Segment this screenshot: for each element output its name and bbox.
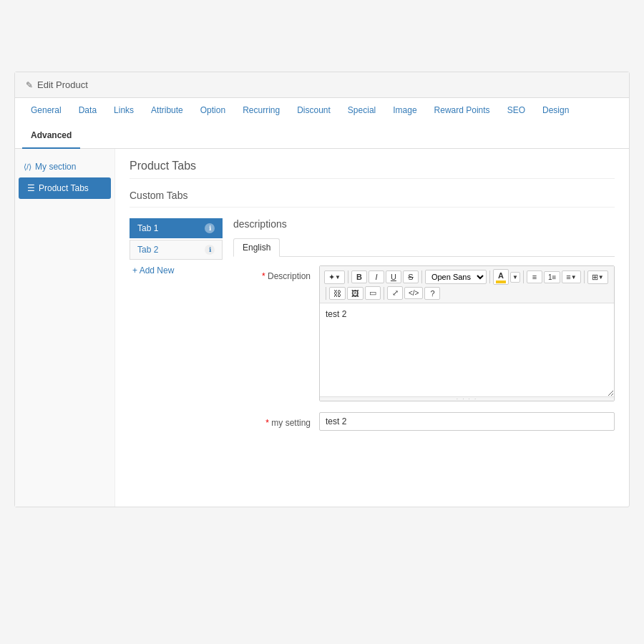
sidebar: ⟨/⟩ My section ☰ Product Tabs — [15, 149, 115, 507]
my-setting-input[interactable] — [319, 412, 615, 431]
tab-design[interactable]: Design — [534, 98, 577, 124]
tab-content: descriptions English Description — [223, 218, 615, 441]
font-select[interactable]: Open Sans — [425, 270, 487, 284]
tab-links[interactable]: Links — [105, 98, 142, 124]
link-btn[interactable]: ⛓ — [329, 287, 346, 300]
separator4 — [523, 270, 524, 283]
font-color-btn[interactable]: A — [493, 269, 509, 285]
source-btn[interactable]: </> — [404, 287, 423, 299]
tab-special[interactable]: Special — [339, 98, 384, 124]
tab-attribute[interactable]: Attribute — [142, 98, 192, 124]
media-icon: ▭ — [369, 288, 376, 298]
main-content: Product Tabs Custom Tabs Tab 1 ℹ Tab 2 ℹ — [115, 149, 629, 507]
fullscreen-icon: ⤢ — [392, 288, 399, 298]
help-icon: ? — [430, 289, 434, 298]
help-btn[interactable]: ? — [424, 287, 440, 300]
tab1-label: Tab 1 — [137, 223, 158, 233]
separator5 — [584, 270, 585, 283]
tab-advanced[interactable]: Advanced — [22, 123, 80, 149]
tab2-label: Tab 2 — [137, 245, 158, 255]
ordered-list-btn[interactable]: 1≡ — [544, 271, 560, 283]
tab-option[interactable]: Option — [192, 98, 234, 124]
tab-seo[interactable]: SEO — [499, 98, 534, 124]
bold-btn[interactable]: B — [351, 270, 367, 283]
nav-tabs: General Data Links Attribute Option Recu… — [15, 98, 629, 149]
tab-discount[interactable]: Discount — [288, 98, 339, 124]
separator1 — [348, 270, 348, 283]
image-icon: 🖼 — [351, 289, 359, 298]
table-icon: ⊞ — [592, 273, 598, 282]
magic-icon: ✦ — [328, 273, 335, 282]
underline-btn[interactable]: U — [386, 270, 401, 283]
source-icon: </> — [409, 289, 419, 297]
tab-image[interactable]: Image — [384, 98, 425, 124]
fullscreen-btn[interactable]: ⤢ — [387, 286, 403, 300]
sidebar-item-my-section[interactable]: ⟨/⟩ My section — [15, 156, 114, 177]
editor-resize-handle[interactable]: · · · · — [320, 396, 614, 401]
page-title: Edit Product — [37, 79, 88, 90]
media-btn[interactable]: ▭ — [365, 286, 381, 300]
active-tab-name: descriptions — [233, 218, 615, 230]
my-setting-label: my setting — [233, 412, 319, 428]
my-setting-form-group: my setting — [233, 412, 615, 431]
separator7 — [384, 287, 384, 300]
add-new-button[interactable]: + Add New — [130, 261, 177, 280]
table-btn[interactable]: ⊞ ▼ — [587, 270, 608, 284]
tab-reward-points[interactable]: Reward Points — [426, 98, 499, 124]
separator2 — [421, 270, 422, 283]
subsection-title: Custom Tabs — [130, 190, 615, 208]
align-btn[interactable]: ≡ ▼ — [562, 270, 580, 283]
ol-icon: 1≡ — [548, 273, 556, 281]
panel-header: ✎ Edit Product — [15, 72, 629, 98]
custom-tab-tab2[interactable]: Tab 2 ℹ — [130, 240, 223, 260]
tab-data[interactable]: Data — [70, 98, 105, 124]
section-title: Product Tabs — [130, 160, 615, 179]
tab-recurring[interactable]: Recurring — [234, 98, 288, 124]
unordered-list-btn[interactable]: ≡ — [527, 270, 542, 283]
description-form-group: Description ✦ ▼ B — [233, 265, 615, 401]
custom-tab-tab1[interactable]: Tab 1 ℹ — [130, 218, 223, 238]
sidebar-item-product-tabs[interactable]: ☰ Product Tabs — [19, 177, 111, 199]
dropdown-arrow: ▼ — [335, 274, 341, 280]
description-editor[interactable]: ✦ ▼ B I U S — [319, 265, 615, 401]
editor-body[interactable]: test 2 — [320, 303, 614, 396]
code-icon: ⟨/⟩ — [24, 162, 31, 172]
content-area: ⟨/⟩ My section ☰ Product Tabs Product Ta… — [15, 149, 629, 507]
color-indicator — [496, 280, 506, 283]
font-color-letter: A — [498, 271, 504, 280]
resize-dots: · · · · — [457, 396, 478, 402]
tab-general[interactable]: General — [22, 98, 70, 124]
lang-tab-english[interactable]: English — [233, 238, 280, 257]
separator6 — [326, 287, 326, 300]
list-icon: ☰ — [27, 183, 35, 193]
editor-toolbar: ✦ ▼ B I U S — [320, 266, 614, 303]
lang-tabs: English — [233, 238, 615, 257]
sidebar-item-label: My section — [35, 162, 76, 172]
image-btn[interactable]: 🖼 — [347, 287, 364, 300]
custom-tab-list: Tab 1 ℹ Tab 2 ℹ + Add New — [130, 218, 223, 441]
separator3 — [489, 270, 490, 283]
sidebar-item-label: Product Tabs — [39, 183, 89, 193]
strikethrough-btn[interactable]: S — [403, 270, 419, 283]
editor-content: test 2 — [326, 309, 346, 319]
description-label: Description — [233, 265, 319, 281]
tab2-info-icon: ℹ — [205, 245, 215, 255]
magic-toolbar-btn[interactable]: ✦ ▼ — [324, 270, 345, 284]
link-icon: ⛓ — [333, 289, 341, 298]
edit-icon: ✎ — [26, 80, 33, 90]
italic-btn[interactable]: I — [369, 270, 384, 283]
chevron-down-color-btn[interactable]: ▼ — [510, 272, 520, 283]
tab1-info-icon: ℹ — [205, 223, 215, 233]
